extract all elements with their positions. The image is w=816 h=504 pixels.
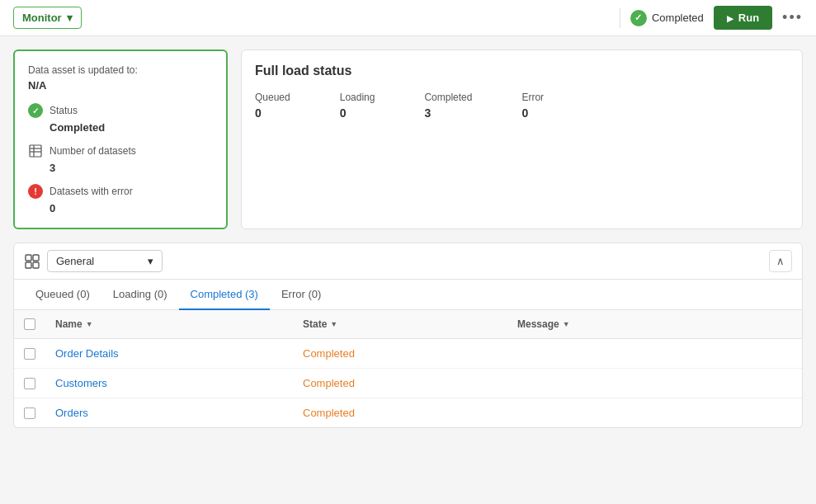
table-header: Name ▼ State ▼ Message ▼ — [14, 310, 802, 339]
table-row: Customers Completed — [14, 369, 802, 398]
datasets-field-label: Number of datasets — [50, 145, 136, 157]
run-label: Run — [738, 12, 759, 24]
table-row: Order Details Completed — [14, 339, 802, 369]
stat-label: Completed — [424, 92, 472, 103]
completion-status: Completed — [630, 10, 704, 26]
stat-item: Completed 3 — [424, 92, 472, 120]
select-all-cell — [14, 310, 45, 339]
svg-rect-0 — [30, 145, 41, 157]
status-row: Status — [28, 103, 213, 118]
header-left: Monitor ▾ — [13, 7, 82, 29]
row-state-cell: Completed — [293, 369, 507, 398]
row-name-link[interactable]: Order Details — [55, 347, 119, 360]
tab-item[interactable]: Loading (0) — [101, 280, 179, 310]
stat-label: Loading — [340, 92, 375, 103]
status-card: Data asset is updated to: N/A Status Com… — [13, 49, 228, 229]
message-column-header: Message ▼ — [507, 310, 802, 339]
row-message-cell — [507, 369, 802, 398]
collapse-icon: ∧ — [776, 255, 785, 267]
message-filter-icon[interactable]: ▼ — [563, 320, 570, 328]
select-chevron-icon: ▾ — [148, 255, 153, 267]
data-asset-value: N/A — [28, 79, 213, 92]
stat-item: Error 0 — [521, 92, 544, 120]
name-filter-icon[interactable]: ▼ — [86, 320, 93, 328]
more-options-button[interactable]: ••• — [782, 9, 803, 26]
status-field-label: Status — [50, 105, 78, 116]
main-content: Data asset is updated to: N/A Status Com… — [0, 36, 816, 441]
toolbar-left: General ▾ — [24, 250, 163, 272]
state-filter-icon[interactable]: ▼ — [330, 320, 337, 328]
row-name-cell: Customers — [45, 369, 293, 398]
stat-value: 0 — [255, 106, 290, 120]
status-check-icon — [630, 10, 647, 26]
general-label: General — [56, 255, 94, 267]
datasets-field-value: 3 — [50, 162, 213, 174]
chevron-down-icon: ▾ — [67, 12, 73, 24]
full-load-card: Full load status Queued 0 Loading 0 Comp… — [241, 49, 803, 229]
collapse-button[interactable]: ∧ — [769, 250, 792, 272]
top-row: Data asset is updated to: N/A Status Com… — [13, 49, 803, 229]
stat-item: Queued 0 — [255, 92, 290, 120]
header-right: Completed Run ••• — [620, 6, 803, 30]
row-state-cell: Completed — [293, 339, 507, 369]
svg-rect-6 — [26, 262, 31, 268]
tab-item[interactable]: Error (0) — [270, 280, 333, 310]
datasets-row: Number of datasets — [28, 144, 213, 158]
error-icon — [28, 184, 43, 199]
stat-item: Loading 0 — [340, 92, 375, 120]
error-field-value: 0 — [50, 202, 213, 214]
table-icon — [28, 144, 43, 158]
error-row: Datasets with error — [28, 184, 213, 199]
status-label: Completed — [652, 12, 704, 24]
stat-label: Error — [521, 92, 544, 103]
header-divider — [620, 8, 620, 28]
row-message-cell — [507, 339, 802, 369]
table-header-row: Name ▼ State ▼ Message ▼ — [14, 310, 802, 339]
row-name-link[interactable]: Orders — [55, 407, 88, 419]
status-field-value: Completed — [50, 121, 213, 134]
table-body: Order Details Completed Customers Comple… — [14, 339, 802, 428]
tab-item[interactable]: Queued (0) — [24, 280, 101, 310]
data-asset-label: Data asset is updated to: — [28, 64, 213, 76]
bottom-toolbar: General ▾ ∧ — [14, 243, 802, 280]
svg-rect-4 — [26, 255, 31, 261]
bottom-section: General ▾ ∧ Queued (0)Loading (0)Complet… — [13, 243, 803, 428]
row-checkbox[interactable] — [24, 407, 35, 419]
state-column-header: State ▼ — [293, 310, 507, 339]
stat-value: 0 — [340, 106, 375, 120]
status-check-icon — [28, 103, 43, 118]
run-button[interactable]: Run — [714, 6, 772, 30]
row-checkbox[interactable] — [24, 378, 35, 389]
row-state-value: Completed — [303, 407, 355, 419]
select-all-checkbox[interactable] — [24, 318, 35, 330]
row-checkbox[interactable] — [24, 348, 35, 360]
full-load-title: Full load status — [255, 64, 789, 78]
row-state-cell: Completed — [293, 398, 507, 428]
grid-icon[interactable] — [24, 253, 40, 270]
general-select[interactable]: General ▾ — [47, 250, 163, 272]
row-state-value: Completed — [303, 347, 355, 360]
run-icon — [727, 12, 733, 24]
row-checkbox-cell — [14, 339, 45, 369]
load-stats: Queued 0 Loading 0 Completed 3 Error 0 — [255, 92, 789, 120]
row-name-cell: Order Details — [45, 339, 293, 369]
table-row: Orders Completed — [14, 398, 802, 428]
monitor-button[interactable]: Monitor ▾ — [13, 7, 82, 29]
svg-rect-5 — [33, 255, 39, 261]
name-column-header: Name ▼ — [45, 310, 293, 339]
data-table: Name ▼ State ▼ Message ▼ — [14, 310, 802, 427]
stat-value: 0 — [521, 106, 544, 120]
svg-rect-7 — [33, 262, 39, 268]
row-checkbox-cell — [14, 369, 45, 398]
stat-value: 3 — [424, 106, 472, 120]
error-field-label: Datasets with error — [50, 186, 133, 197]
stat-label: Queued — [255, 92, 290, 103]
tabs-bar: Queued (0)Loading (0)Completed (3)Error … — [14, 280, 802, 310]
row-checkbox-cell — [14, 398, 45, 428]
row-name-link[interactable]: Customers — [55, 377, 107, 389]
row-state-value: Completed — [303, 377, 355, 389]
tab-item[interactable]: Completed (3) — [179, 280, 270, 310]
row-message-cell — [507, 398, 802, 428]
monitor-label: Monitor — [22, 12, 62, 24]
header: Monitor ▾ Completed Run ••• — [0, 0, 816, 36]
